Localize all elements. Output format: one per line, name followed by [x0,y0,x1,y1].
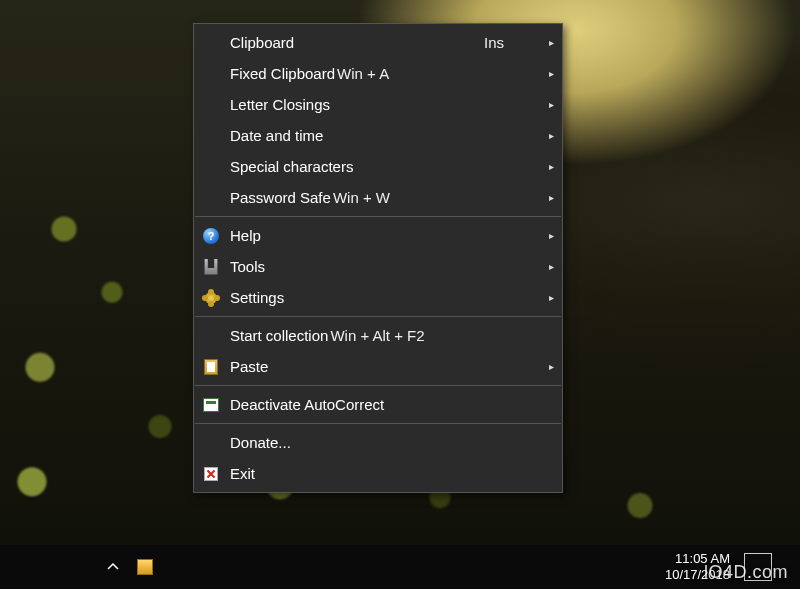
menu-label: Letter Closings [230,96,330,113]
blank-icon [200,325,222,347]
blank-icon [200,32,222,54]
menu-separator [195,423,561,424]
menu-item-help[interactable]: ? Help ▸ [194,220,562,251]
menu-separator [195,316,561,317]
submenu-arrow-icon: ▸ [542,130,554,141]
submenu-arrow-icon: ▸ [542,192,554,203]
submenu-arrow-icon: ▸ [542,161,554,172]
menu-separator [195,385,561,386]
windows-taskbar: 11:05 AM 10/17/2018 [0,545,800,589]
taskbar-date: 10/17/2018 [665,567,730,583]
submenu-arrow-icon: ▸ [542,261,554,272]
blank-icon [200,125,222,147]
menu-label: Settings [230,289,284,306]
tray-context-menu: Clipboard Ins ▸ Fixed Clipboard Win + A … [193,23,563,493]
blank-icon [200,94,222,116]
submenu-arrow-icon: ▸ [542,99,554,110]
submenu-arrow-icon: ▸ [542,361,554,372]
menu-label: Date and time [230,127,323,144]
menu-item-password-safe[interactable]: Password Safe Win + W ▸ [194,182,562,213]
taskbar-clock[interactable]: 11:05 AM 10/17/2018 [665,551,730,584]
menu-item-start-collection[interactable]: Start collection Win + Alt + F2 [194,320,562,351]
menu-label: Deactivate AutoCorrect [230,396,384,413]
menu-item-settings[interactable]: Settings ▸ [194,282,562,313]
menu-item-clipboard[interactable]: Clipboard Ins ▸ [194,27,562,58]
menu-shortcut: Ins [484,34,504,51]
menu-item-letter-closings[interactable]: Letter Closings ▸ [194,89,562,120]
menu-label: Exit [230,465,255,482]
tray-overflow-chevron-icon[interactable] [100,554,126,580]
menu-item-special-characters[interactable]: Special characters ▸ [194,151,562,182]
menu-item-deactivate-autocorrect[interactable]: Deactivate AutoCorrect [194,389,562,420]
menu-shortcut: Win + W [333,189,390,206]
action-center-icon[interactable] [744,553,772,581]
tools-icon [200,256,222,278]
taskbar-time: 11:05 AM [665,551,730,567]
menu-item-tools[interactable]: Tools ▸ [194,251,562,282]
blank-icon [200,156,222,178]
menu-label: Donate... [230,434,291,451]
menu-item-exit[interactable]: Exit [194,458,562,489]
deactivate-icon [200,394,222,416]
menu-separator [195,216,561,217]
blank-icon [200,63,222,85]
menu-item-date-time[interactable]: Date and time ▸ [194,120,562,151]
blank-icon [200,432,222,454]
menu-label: Help [230,227,261,244]
exit-x-icon [200,463,222,485]
help-icon: ? [200,225,222,247]
menu-label: Tools [230,258,265,275]
menu-shortcut: Win + A [337,65,389,82]
submenu-arrow-icon: ▸ [542,37,554,48]
settings-gears-icon [200,287,222,309]
menu-shortcut: Win + Alt + F2 [330,327,424,344]
submenu-arrow-icon: ▸ [542,68,554,79]
menu-item-donate[interactable]: Donate... [194,427,562,458]
menu-label: Special characters [230,158,353,175]
menu-label: Start collection [230,327,328,344]
menu-label: Fixed Clipboard [230,65,335,82]
menu-label: Password Safe [230,189,331,206]
menu-label: Clipboard [230,34,294,51]
submenu-arrow-icon: ▸ [542,292,554,303]
tray-icons [136,558,154,576]
menu-item-paste[interactable]: Paste ▸ [194,351,562,382]
submenu-arrow-icon: ▸ [542,230,554,241]
menu-item-fixed-clipboard[interactable]: Fixed Clipboard Win + A ▸ [194,58,562,89]
blank-icon [200,187,222,209]
menu-label: Paste [230,358,268,375]
tray-app-icon[interactable] [136,558,154,576]
paste-icon [200,356,222,378]
